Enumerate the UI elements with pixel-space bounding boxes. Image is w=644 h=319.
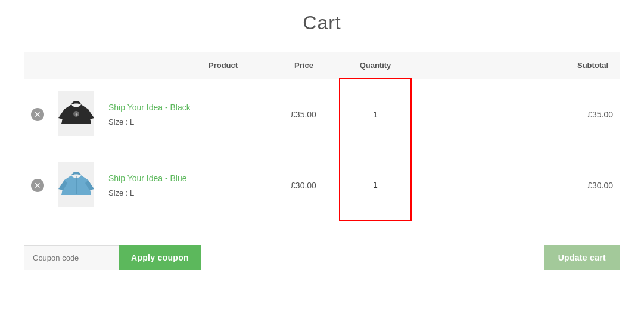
apply-coupon-button[interactable]: Apply coupon xyxy=(119,245,201,270)
product-name-2[interactable]: Ship Your Idea - Blue xyxy=(108,174,261,183)
coupon-section: Apply coupon xyxy=(24,245,201,270)
col-header-remove xyxy=(24,52,51,79)
update-cart-button[interactable]: Update cart xyxy=(544,245,620,270)
product-info-cell-1: Ship Your Idea - Black Size : L xyxy=(101,79,268,150)
remove-cell-1: ✕ xyxy=(24,79,51,150)
remove-button-1[interactable]: ✕ xyxy=(31,108,44,121)
remove-button-2[interactable]: ✕ xyxy=(31,179,44,192)
remove-cell-2: ✕ xyxy=(24,150,51,221)
quantity-value-1: 1 xyxy=(373,110,378,119)
quantity-value-2: 1 xyxy=(373,180,378,190)
table-row: ✕ ★ xyxy=(24,79,620,150)
cart-actions: Apply coupon Update cart xyxy=(24,239,620,270)
product-image-2 xyxy=(58,162,94,207)
col-header-product: Product xyxy=(101,52,268,79)
subtotal-cell-2: £30.00 xyxy=(411,150,620,221)
product-info-cell-2: Ship Your Idea - Blue Size : L xyxy=(101,150,268,221)
col-header-quantity: Quantity xyxy=(340,52,411,79)
coupon-input[interactable] xyxy=(24,245,119,270)
quantity-cell-1: 1 xyxy=(340,79,411,150)
price-cell-1: £35.00 xyxy=(268,79,340,150)
col-header-subtotal: Subtotal xyxy=(411,52,620,79)
product-name-1[interactable]: Ship Your Idea - Black xyxy=(108,103,261,112)
col-header-price: Price xyxy=(268,52,340,79)
table-row: ✕ xyxy=(24,150,620,221)
col-header-thumb xyxy=(51,52,101,79)
svg-text:★: ★ xyxy=(74,112,79,117)
product-meta-2: Size : L xyxy=(108,188,134,197)
product-image-1: ★ xyxy=(58,91,94,136)
cart-table: Product Price Quantity Subtotal ✕ xyxy=(24,52,620,221)
quantity-cell-2: 1 xyxy=(340,150,411,221)
product-meta-1: Size : L xyxy=(108,117,134,126)
page-title: Cart xyxy=(24,12,620,34)
price-cell-2: £30.00 xyxy=(268,150,340,221)
subtotal-cell-1: £35.00 xyxy=(411,79,620,150)
thumb-cell-1: ★ xyxy=(51,79,101,150)
thumb-cell-2 xyxy=(51,150,101,221)
